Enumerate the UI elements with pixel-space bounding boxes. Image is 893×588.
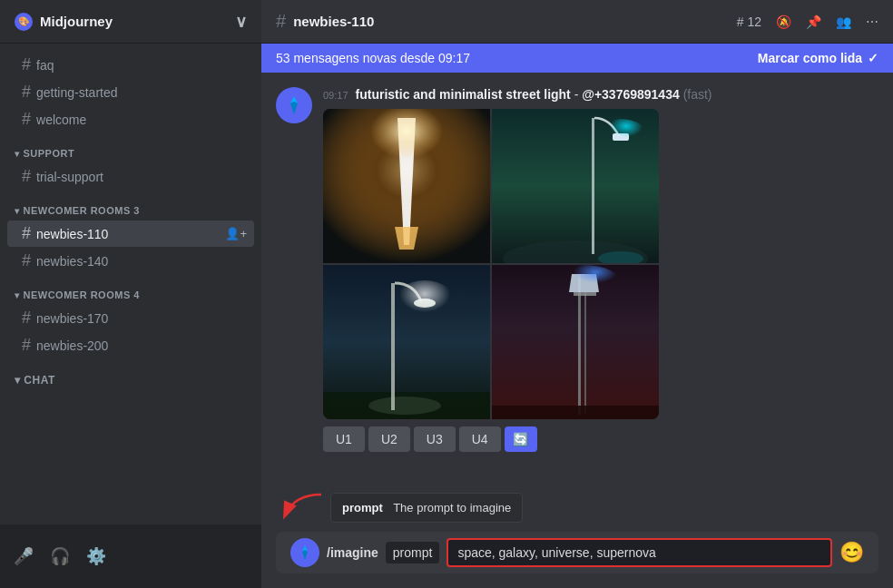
- sidebar-bottom: 🎤 🎧 ⚙️: [0, 524, 261, 588]
- main-content: # newbies-110 # 12 🔕 📌 👥 ⋯ 53 mensagens …: [261, 0, 893, 588]
- chat-section-header[interactable]: ▾ CHAT: [0, 359, 261, 390]
- svg-point-22: [548, 265, 621, 301]
- more-icon[interactable]: ⋯: [866, 15, 878, 29]
- channel-name: trial-support: [36, 170, 103, 184]
- section-label: NEWCOMER ROOMS 4: [24, 289, 140, 300]
- red-arrow-icon: [276, 493, 330, 520]
- prompt-text: futuristic and minimalist street light: [356, 87, 571, 102]
- pin-icon[interactable]: 📌: [806, 15, 821, 29]
- channel-item-faq[interactable]: # faq: [7, 52, 254, 78]
- chevron-icon: ▾: [15, 149, 20, 159]
- member-count: 12: [747, 15, 761, 29]
- microphone-icon[interactable]: 🎤: [7, 540, 40, 573]
- server-header[interactable]: 🎨 Midjourney ∨: [0, 0, 261, 44]
- channel-header-name: newbies-110: [293, 14, 374, 29]
- slash-command-label: /imagine: [327, 545, 378, 560]
- sidebar: 🎨 Midjourney ∨ # faq # getting-started #…: [0, 0, 261, 588]
- section-header-newcomer-3[interactable]: ▾ NEWCOMER ROOMS 3: [0, 191, 261, 220]
- hash-icon: #: [22, 309, 31, 328]
- channel-item-newbies-170[interactable]: # newbies-170: [7, 305, 254, 331]
- upscale-2-button[interactable]: U2: [368, 426, 410, 452]
- channel-item-newbies-140[interactable]: # newbies-140: [7, 248, 254, 274]
- bot-avatar: [290, 538, 319, 567]
- image-grid: [323, 109, 659, 419]
- server-icon: 🎨: [15, 13, 33, 31]
- hash-icon: #: [22, 167, 31, 186]
- hash-icon: #: [22, 336, 31, 355]
- channel-name: faq: [36, 58, 54, 73]
- hash-icon: #: [22, 110, 31, 129]
- messages-area[interactable]: 09:17 futuristic and minimalist street l…: [261, 73, 893, 485]
- prompt-tooltip-container: prompt The prompt to imagine: [261, 485, 893, 532]
- channel-item-newbies-110[interactable]: # newbies-110 👤+: [7, 220, 254, 247]
- emoji-icon[interactable]: 😊: [839, 532, 864, 573]
- chat-label: CHAT: [24, 374, 54, 387]
- add-member-icon[interactable]: 👤+: [225, 227, 247, 240]
- upscale-1-button[interactable]: U1: [323, 426, 365, 452]
- hash-icon: #: [22, 83, 31, 102]
- image-cell-bl: [323, 265, 490, 419]
- refresh-button[interactable]: 🔄: [505, 426, 537, 452]
- checkmark-icon: ✓: [868, 51, 878, 65]
- chat-input-area: /imagine prompt space, galaxy, universe,…: [261, 532, 893, 588]
- avatar: [276, 87, 312, 123]
- image-cell-br: [492, 265, 659, 419]
- bell-mute-icon[interactable]: 🔕: [776, 15, 791, 29]
- chevron-down-icon[interactable]: ∨: [235, 12, 247, 32]
- svg-point-9: [594, 119, 648, 155]
- header-icons: # 12 🔕 📌 👥 ⋯: [737, 15, 878, 29]
- svg-rect-23: [492, 406, 659, 419]
- prompt-pill: prompt: [386, 542, 440, 564]
- svg-rect-19: [584, 292, 586, 415]
- chevron-icon: ▾: [15, 206, 20, 216]
- mark-read-button[interactable]: Marcar como lida ✓: [758, 51, 878, 65]
- notification-bar: 53 mensagens novas desde 09:17 Marcar co…: [261, 44, 893, 73]
- channel-name: newbies-170: [36, 311, 108, 326]
- message-timestamp: 09:17: [323, 90, 348, 101]
- hash-icon: #: [22, 55, 31, 74]
- channel-name: newbies-200: [36, 338, 108, 353]
- headphones-icon[interactable]: 🎧: [44, 540, 76, 573]
- chevron-icon: ▾: [15, 374, 21, 387]
- server-name: Midjourney: [40, 14, 113, 29]
- upscale-3-button[interactable]: U3: [414, 426, 456, 452]
- channel-item-getting-started[interactable]: # getting-started: [7, 79, 254, 105]
- svg-point-16: [368, 397, 441, 415]
- section-header-support[interactable]: ▾ SUPPORT: [0, 133, 261, 162]
- channel-name: getting-started: [36, 85, 118, 100]
- image-cell-tl: [323, 109, 490, 263]
- hash-count-icon: #: [737, 15, 744, 29]
- author-tag: @+33769891434: [582, 87, 679, 102]
- channel-item-trial-support[interactable]: # trial-support: [7, 163, 254, 190]
- server-header-left: 🎨 Midjourney: [15, 13, 113, 31]
- section-header-newcomer-4[interactable]: ▾ NEWCOMER ROOMS 4: [0, 275, 261, 304]
- message-text: futuristic and minimalist street light -…: [356, 87, 712, 102]
- action-buttons: U1 U2 U3 U4 🔄: [323, 426, 878, 452]
- channel-list: # faq # getting-started # welcome ▾ SUPP…: [0, 44, 261, 524]
- upscale-4-button[interactable]: U4: [459, 426, 501, 452]
- member-count-icon[interactable]: # 12: [737, 15, 761, 29]
- settings-icon[interactable]: ⚙️: [80, 540, 113, 573]
- channel-name: welcome: [36, 113, 86, 127]
- members-icon[interactable]: 👥: [836, 15, 851, 29]
- chat-input-container: /imagine prompt space, galaxy, universe,…: [276, 532, 878, 573]
- speed-label: (fast): [683, 87, 712, 102]
- prompt-tooltip: prompt The prompt to imagine: [330, 493, 523, 523]
- channel-header: # newbies-110 # 12 🔕 📌 👥 ⋯: [261, 0, 893, 44]
- channel-name: newbies-110: [36, 227, 108, 241]
- notification-text: 53 mensagens novas desde 09:17: [276, 51, 470, 65]
- message-item: 09:17 futuristic and minimalist street l…: [276, 87, 878, 452]
- image-cell-tr: [492, 109, 659, 263]
- mark-read-label: Marcar como lida: [758, 51, 862, 65]
- channel-name: newbies-140: [36, 254, 108, 269]
- hash-icon: #: [22, 224, 31, 243]
- prompt-tooltip-text: The prompt to imagine: [393, 501, 511, 514]
- chevron-icon: ▾: [15, 290, 20, 300]
- chat-text-input[interactable]: space, galaxy, universe, supernova: [446, 538, 832, 567]
- channel-hash-icon: #: [276, 11, 286, 32]
- channel-item-welcome[interactable]: # welcome: [7, 106, 254, 132]
- prompt-label: prompt: [342, 501, 383, 514]
- hash-icon: #: [22, 251, 31, 270]
- separator: -: [574, 87, 583, 102]
- channel-item-newbies-200[interactable]: # newbies-200: [7, 332, 254, 358]
